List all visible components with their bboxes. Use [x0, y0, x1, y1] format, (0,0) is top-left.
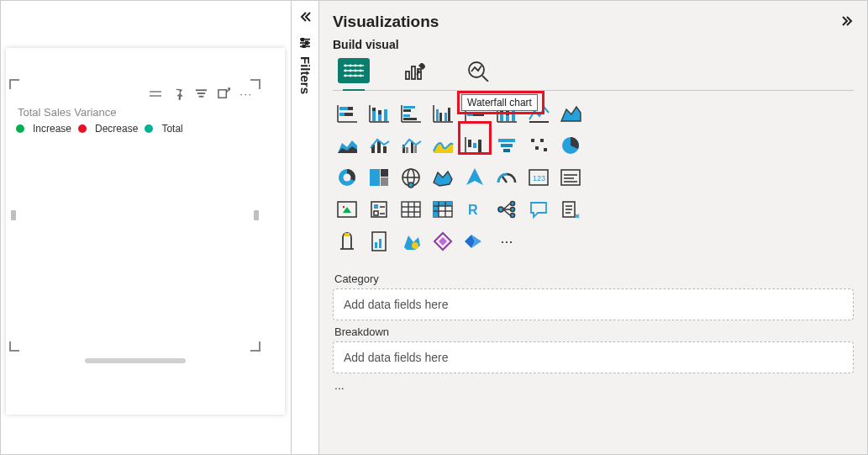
svg-rect-46 [403, 106, 415, 108]
card-icon[interactable]: 123 [524, 163, 553, 192]
multi-row-card-icon[interactable] [556, 163, 585, 192]
tab-build-visual[interactable] [338, 58, 370, 83]
svg-point-146 [412, 242, 418, 249]
table-icon[interactable] [397, 195, 425, 224]
svg-point-17 [360, 65, 362, 67]
svg-rect-59 [477, 107, 484, 110]
stacked-column-chart-icon[interactable] [365, 99, 393, 128]
svg-rect-54 [445, 113, 447, 121]
hundred-stacked-column-chart-icon[interactable] [492, 99, 521, 128]
scatter-chart-icon[interactable] [524, 131, 553, 160]
filter-icon[interactable] [193, 86, 208, 101]
svg-rect-92 [535, 146, 539, 150]
line-clustered-column-chart-icon[interactable] [397, 131, 425, 160]
ribbon-chart-icon[interactable] [429, 131, 457, 160]
svg-point-103 [408, 183, 413, 188]
svg-rect-47 [403, 109, 411, 112]
svg-rect-39 [372, 111, 376, 121]
svg-rect-141 [345, 233, 350, 236]
line-stacked-column-chart-icon[interactable] [365, 131, 393, 160]
kpi-icon[interactable] [333, 195, 361, 224]
svg-point-14 [345, 65, 347, 67]
field-well-breakdown-label: Breakdown [333, 320, 854, 341]
resize-handle-right[interactable] [254, 210, 259, 220]
goals-icon[interactable] [333, 227, 361, 256]
tab-analytics[interactable] [462, 58, 494, 83]
visual-title: Total Sales Variance [18, 106, 117, 119]
svg-rect-3 [218, 89, 225, 97]
clustered-column-chart-icon[interactable] [429, 99, 457, 128]
treemap-icon[interactable] [365, 163, 393, 192]
stacked-area-chart-icon[interactable] [333, 131, 361, 160]
svg-rect-67 [506, 106, 509, 115]
legend-total-label: Total [161, 123, 182, 135]
svg-rect-99 [381, 177, 388, 186]
svg-point-132 [511, 208, 515, 212]
expand-filters-button[interactable] [292, 1, 318, 33]
map-icon[interactable] [397, 163, 425, 192]
svg-rect-27 [412, 66, 415, 79]
matrix-icon[interactable] [429, 195, 457, 224]
svg-rect-52 [436, 109, 439, 121]
svg-rect-79 [406, 147, 408, 153]
svg-rect-9 [302, 45, 305, 48]
more-field-wells: ... [333, 373, 854, 397]
svg-rect-36 [345, 113, 353, 116]
svg-rect-85 [473, 143, 476, 148]
legend-total-color [145, 124, 153, 133]
svg-point-25 [360, 75, 362, 77]
svg-rect-117 [402, 202, 420, 217]
report-canvas[interactable]: ··· Total Sales Variance Increase Decrea… [1, 1, 291, 454]
paginated-report-icon[interactable] [365, 227, 393, 256]
svg-rect-42 [378, 110, 381, 114]
svg-rect-107 [561, 170, 580, 185]
qna-icon[interactable] [524, 195, 553, 224]
pin-icon[interactable] [171, 86, 186, 101]
arcgis-icon[interactable] [397, 227, 425, 256]
field-well-breakdown[interactable]: Add data fields here [333, 341, 854, 373]
power-apps-icon[interactable] [429, 227, 457, 256]
slicer-icon[interactable] [365, 195, 393, 224]
stacked-bar-chart-icon[interactable] [333, 99, 361, 128]
field-well-category[interactable]: Add data fields here [333, 288, 854, 320]
build-visual-label: Build visual [333, 38, 854, 51]
focus-mode-icon[interactable] [216, 86, 231, 101]
line-chart-icon[interactable] [524, 99, 553, 128]
drag-icon[interactable] [150, 91, 161, 97]
funnel-chart-icon[interactable] [492, 131, 521, 160]
tab-format-visual[interactable] [400, 58, 432, 83]
pie-chart-icon[interactable] [556, 131, 585, 160]
hundred-stacked-bar-chart-icon[interactable] [460, 99, 489, 128]
more-options-icon[interactable]: ··· [239, 86, 254, 101]
azure-map-icon[interactable] [460, 163, 489, 192]
visual-placeholder[interactable]: ··· Total Sales Variance Increase Decrea… [11, 81, 259, 350]
smart-narrative-icon[interactable] [556, 195, 585, 224]
svg-rect-93 [544, 148, 547, 151]
donut-chart-icon[interactable] [333, 163, 361, 192]
decomposition-tree-icon[interactable] [492, 195, 521, 224]
svg-rect-49 [403, 118, 417, 120]
visualizations-title: Visualizations [333, 13, 439, 31]
horizontal-scrollbar[interactable] [85, 358, 186, 363]
waterfall-chart-icon[interactable] [460, 131, 489, 160]
resize-handle-tl[interactable] [9, 79, 19, 89]
collapse-visualizations-button[interactable] [842, 14, 854, 29]
gauge-icon[interactable] [492, 163, 521, 192]
resize-handle-bl[interactable] [9, 341, 19, 352]
clustered-bar-chart-icon[interactable] [397, 99, 425, 128]
resize-handle-left[interactable] [11, 210, 16, 220]
more-visuals-button[interactable]: ··· [492, 227, 521, 256]
svg-rect-26 [406, 71, 409, 79]
svg-rect-77 [383, 146, 387, 153]
r-visual-icon[interactable]: R [460, 195, 489, 224]
svg-rect-33 [339, 107, 348, 110]
power-automate-icon[interactable] [460, 227, 489, 256]
mode-tabs [333, 56, 854, 91]
resize-handle-br[interactable] [250, 341, 260, 352]
filled-map-icon[interactable] [429, 163, 457, 192]
svg-rect-34 [348, 107, 353, 110]
area-chart-icon[interactable] [556, 99, 585, 128]
svg-line-104 [502, 177, 507, 183]
svg-rect-90 [531, 139, 534, 142]
svg-rect-41 [378, 114, 381, 121]
